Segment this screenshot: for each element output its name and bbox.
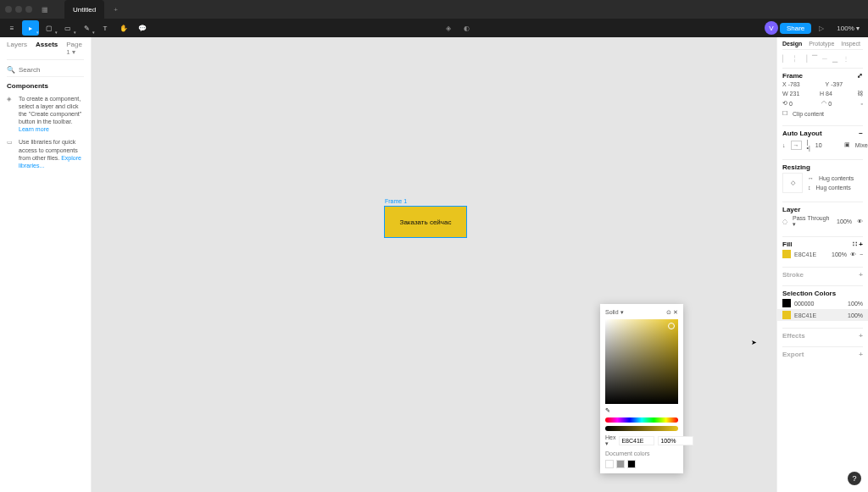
y-label: Y: [826, 81, 830, 87]
opacity-input[interactable]: [658, 436, 693, 445]
help-button[interactable]: ?: [848, 472, 861, 485]
blend-mode-select[interactable]: Pass Through ▾: [793, 215, 832, 228]
distribute-icon[interactable]: ⋮: [843, 55, 849, 63]
search-input[interactable]: [19, 66, 92, 74]
tab-design[interactable]: Design: [782, 41, 802, 47]
present-icon[interactable]: ▷: [813, 20, 830, 36]
hue-slider[interactable]: [605, 417, 678, 423]
sv-cursor[interactable]: [668, 323, 675, 329]
radius-input[interactable]: [828, 101, 852, 107]
eyedropper-icon[interactable]: ✎: [605, 407, 678, 414]
selcolor-row-0[interactable]: 000000 100%: [782, 297, 863, 309]
style-icon[interactable]: ∷: [853, 240, 857, 248]
y-input[interactable]: [831, 81, 854, 87]
blend-mode-value: Pass Through: [793, 215, 829, 221]
tab-prototype[interactable]: Prototype: [809, 41, 834, 47]
doc-swatch-white[interactable]: [605, 460, 614, 468]
tab-assets[interactable]: Assets: [36, 41, 58, 56]
frame-tool[interactable]: ▢▾: [41, 20, 58, 36]
add-stroke-icon[interactable]: +: [859, 271, 863, 279]
h-input[interactable]: [826, 91, 849, 97]
component-tool-icon[interactable]: ◈: [440, 20, 457, 36]
remove-autolayout-icon[interactable]: −: [859, 130, 863, 137]
doc-swatch-gray[interactable]: [616, 460, 625, 468]
shape-tool[interactable]: ▭▾: [59, 20, 76, 36]
pen-tool[interactable]: ✎▾: [78, 20, 95, 36]
gap-icon: |•|: [807, 139, 810, 151]
minimize-window-icon[interactable]: [15, 6, 22, 13]
fill-swatch[interactable]: [782, 250, 791, 258]
layer-opacity[interactable]: 100%: [837, 218, 852, 224]
fit-icon[interactable]: ⤢: [857, 72, 863, 80]
x-input[interactable]: [788, 81, 812, 87]
direction-right-icon[interactable]: →: [791, 141, 802, 150]
padding-input[interactable]: [855, 142, 868, 148]
main-menu-icon[interactable]: ≡: [3, 20, 20, 36]
move-tool[interactable]: ▸▾: [22, 20, 39, 36]
new-tab-button[interactable]: +: [108, 6, 123, 14]
maximize-window-icon[interactable]: [25, 6, 32, 13]
mask-tool-icon[interactable]: ◐: [459, 20, 476, 36]
corners-icon[interactable]: ▫: [861, 101, 863, 107]
gap-input[interactable]: [815, 142, 839, 148]
h-resize-icon: ↔: [808, 175, 814, 181]
page-selector[interactable]: Page 1 ▾: [66, 41, 84, 56]
blend-icon[interactable]: ⊙: [666, 309, 671, 315]
v-resize-mode[interactable]: Hug contents: [816, 185, 851, 191]
tab-layers[interactable]: Layers: [7, 41, 27, 56]
selcolor-swatch-0[interactable]: [782, 299, 791, 307]
rotation-input[interactable]: [789, 101, 813, 107]
align-right-icon[interactable]: ▕: [802, 55, 807, 63]
h-resize-mode[interactable]: Hug contents: [819, 175, 854, 181]
selcolor-swatch-1[interactable]: [782, 311, 791, 319]
saturation-value-field[interactable]: [605, 319, 678, 404]
remove-fill-icon[interactable]: −: [860, 252, 863, 257]
assets-search[interactable]: 🔍 ▤ ▭: [7, 64, 84, 77]
fill-hex[interactable]: E8C41E: [794, 252, 816, 257]
color-mode-select[interactable]: Solid ▾: [605, 309, 624, 316]
file-tab[interactable]: Untitled: [64, 0, 104, 19]
v-resize-icon: ↕: [808, 185, 811, 191]
close-icon[interactable]: ✕: [673, 309, 678, 315]
align-vcenter-icon[interactable]: ─: [822, 55, 827, 63]
direction-down-icon[interactable]: ↓: [782, 142, 786, 148]
color-format-select[interactable]: Hex ▾: [605, 434, 615, 447]
align-bottom-icon[interactable]: ▁: [832, 55, 837, 63]
w-input[interactable]: [790, 91, 814, 97]
tools-left: ≡ ▸▾ ▢▾ ▭▾ ✎▾ T ✋ 💬: [3, 20, 151, 36]
align-hcenter-icon[interactable]: ╎: [793, 55, 797, 63]
tab-inspect[interactable]: Inspect: [841, 41, 860, 47]
doc-swatch-black[interactable]: [627, 460, 636, 468]
zoom-display[interactable]: 100% ▾: [832, 25, 865, 32]
align-top-icon[interactable]: ▔: [812, 55, 817, 63]
add-export-icon[interactable]: +: [859, 351, 863, 358]
selection-colors-title: Selection Colors: [782, 290, 836, 297]
frame-label[interactable]: Frame 1: [385, 198, 407, 204]
constrain-icon[interactable]: ⛓: [857, 91, 863, 97]
frame-1[interactable]: Заказать сейчас: [385, 207, 466, 237]
selcolor-row-1[interactable]: E8C41E 100%: [777, 309, 868, 321]
visibility-icon[interactable]: 👁: [857, 218, 863, 224]
fill-opacity[interactable]: 100%: [832, 252, 847, 257]
text-tool[interactable]: T: [97, 20, 114, 36]
hand-tool[interactable]: ✋: [115, 20, 132, 36]
search-icon: 🔍: [7, 66, 15, 74]
resizing-diagram-icon[interactable]: ◇: [782, 173, 803, 193]
visibility-icon[interactable]: 👁: [850, 252, 856, 257]
hex-input[interactable]: [619, 436, 654, 445]
share-button[interactable]: Share: [780, 23, 811, 34]
canvas[interactable]: Frame 1 Заказать сейчас ➤ Solid ▾ ⊙ ✕ ✎: [92, 37, 776, 492]
avatar[interactable]: V: [765, 21, 778, 35]
clip-checkbox[interactable]: ☐: [782, 110, 787, 117]
align-left-icon[interactable]: ▏: [782, 55, 787, 63]
add-fill-icon[interactable]: +: [859, 240, 863, 248]
tools-right: V Share ▷ 100% ▾: [765, 20, 865, 36]
clip-label: Clip content: [793, 111, 824, 117]
comment-tool[interactable]: 💬: [134, 20, 151, 36]
add-effect-icon[interactable]: +: [859, 332, 863, 340]
close-window-icon[interactable]: [5, 6, 12, 13]
figma-menu-icon[interactable]: ▦: [36, 2, 53, 17]
alpha-slider[interactable]: [605, 426, 678, 431]
layer-section: Layer ◌ Pass Through ▾ 100% 👁: [782, 202, 863, 233]
learn-more-link[interactable]: Learn more: [19, 126, 49, 132]
